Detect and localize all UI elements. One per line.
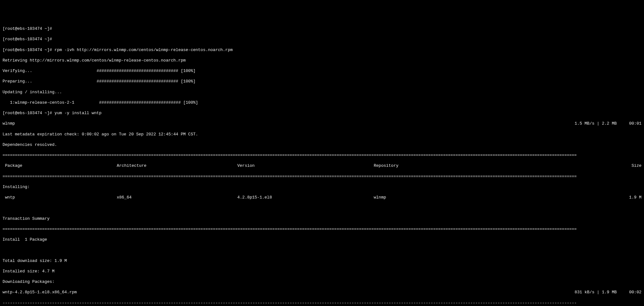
- downloading-label: Downloading Packages:: [3, 279, 641, 285]
- verifying-line: Verifying... ###########################…: [3, 68, 641, 74]
- updating-line: Updating / installing...: [3, 90, 641, 95]
- pkg-arch: x86_64: [117, 195, 237, 200]
- repo-speed: 1.5 MB/s | 2.2 MB 00:01: [575, 121, 641, 127]
- blank-line: [3, 205, 641, 211]
- install-progress-line: 1:wlnmp-release-centos-2-1 #############…: [3, 100, 641, 106]
- separator-eq: ========================================…: [3, 174, 641, 179]
- separator-eq: ========================================…: [3, 153, 641, 158]
- separator-dash: ----------------------------------------…: [3, 301, 641, 306]
- table-header: Package Architecture Version Repository …: [3, 163, 641, 169]
- pkg-version: 4.2.8p15-1.el8: [237, 195, 374, 200]
- deps-line: Dependencies resolved.: [3, 142, 641, 148]
- install-count: Install 1 Package: [3, 237, 641, 243]
- total-download-size: Total download size: 1.9 M: [3, 258, 641, 264]
- pkg-size: 1.9 M: [622, 195, 641, 200]
- rpm-speed: 831 kB/s | 1.9 MB 00:02: [575, 290, 641, 295]
- command-rpm: [root@ebs-103474 ~]# rpm -ivh http://mir…: [3, 48, 641, 53]
- rpm-name: wntp-4.2.8p15-1.el8.x86_64.rpm: [3, 290, 77, 295]
- package-row: wntp x86_64 4.2.8p15-1.el8 wlnmp 1.9 M: [3, 195, 641, 200]
- separator-eq: ========================================…: [3, 227, 641, 232]
- prompt-line: [root@ebs-103474 ~]#: [3, 26, 641, 32]
- installed-size: Installed size: 4.7 M: [3, 269, 641, 274]
- wlnmp-repo-line: wlnmp 1.5 MB/s | 2.2 MB 00:01: [3, 121, 641, 127]
- txn-summary-label: Transaction Summary: [3, 216, 641, 222]
- pkg-name: wntp: [3, 195, 117, 200]
- terminal-output[interactable]: [root@ebs-103474 ~]# [root@ebs-103474 ~]…: [3, 21, 641, 306]
- col-repo: Repository: [374, 163, 622, 169]
- metadata-line: Last metadata expiration check: 0:00:02 …: [3, 132, 641, 137]
- pkg-repo: wlnmp: [374, 195, 622, 200]
- command-yum: [root@ebs-103474 ~]# yum -y install wntp: [3, 111, 641, 116]
- blank-line: [3, 248, 641, 253]
- col-package: Package: [3, 163, 117, 169]
- col-version: Version: [237, 163, 374, 169]
- retrieving-line: Retrieving http://mirrors.wlnmp.com/cent…: [3, 58, 641, 63]
- installing-label: Installing:: [3, 185, 641, 190]
- repo-name: wlnmp: [3, 121, 15, 127]
- col-size: Size: [622, 163, 641, 169]
- prompt-line: [root@ebs-103474 ~]#: [3, 37, 641, 42]
- col-arch: Architecture: [117, 163, 237, 169]
- download-rpm-line: wntp-4.2.8p15-1.el8.x86_64.rpm 831 kB/s …: [3, 290, 641, 295]
- preparing-line: Preparing... ###########################…: [3, 79, 641, 84]
